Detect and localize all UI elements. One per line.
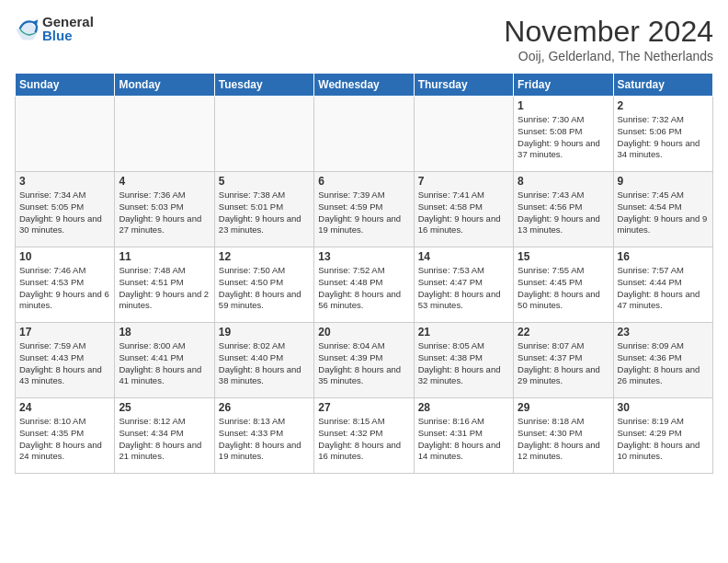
day-info: Sunrise: 7:41 AM Sunset: 4:58 PM Dayligh… — [418, 190, 509, 236]
day-number: 2 — [618, 99, 709, 112]
calendar-cell: 22Sunrise: 8:07 AM Sunset: 4:37 PM Dayli… — [514, 323, 613, 398]
day-info: Sunrise: 7:52 AM Sunset: 4:48 PM Dayligh… — [318, 265, 409, 312]
calendar-cell — [16, 97, 115, 172]
day-number: 30 — [618, 401, 709, 414]
calendar-cell: 27Sunrise: 8:15 AM Sunset: 4:32 PM Dayli… — [314, 398, 414, 474]
calendar-cell: 12Sunrise: 7:50 AM Sunset: 4:50 PM Dayli… — [214, 247, 313, 323]
calendar-cell: 8Sunrise: 7:43 AM Sunset: 4:56 PM Daylig… — [514, 172, 613, 247]
week-row-4: 17Sunrise: 7:59 AM Sunset: 4:43 PM Dayli… — [16, 323, 713, 398]
day-info: Sunrise: 8:19 AM Sunset: 4:29 PM Dayligh… — [618, 416, 709, 463]
day-number: 27 — [318, 401, 409, 414]
col-tuesday: Tuesday — [214, 74, 313, 97]
calendar-header-row: Sunday Monday Tuesday Wednesday Thursday… — [16, 74, 713, 97]
day-info: Sunrise: 7:57 AM Sunset: 4:44 PM Dayligh… — [618, 265, 709, 312]
calendar-cell: 16Sunrise: 7:57 AM Sunset: 4:44 PM Dayli… — [613, 247, 712, 323]
day-info: Sunrise: 8:12 AM Sunset: 4:34 PM Dayligh… — [119, 416, 210, 463]
week-row-3: 10Sunrise: 7:46 AM Sunset: 4:53 PM Dayli… — [16, 247, 713, 323]
calendar-cell: 19Sunrise: 8:02 AM Sunset: 4:40 PM Dayli… — [214, 323, 313, 398]
day-info: Sunrise: 7:30 AM Sunset: 5:08 PM Dayligh… — [518, 114, 609, 161]
day-number: 19 — [219, 326, 310, 339]
day-number: 17 — [19, 326, 110, 339]
day-number: 7 — [418, 175, 509, 188]
calendar-cell: 9Sunrise: 7:45 AM Sunset: 4:54 PM Daylig… — [613, 172, 712, 247]
logo-blue: Blue — [42, 29, 94, 42]
calendar-cell — [115, 97, 214, 172]
day-number: 1 — [518, 99, 609, 112]
day-number: 6 — [318, 175, 409, 188]
day-info: Sunrise: 8:02 AM Sunset: 4:40 PM Dayligh… — [219, 340, 310, 387]
calendar-cell — [414, 97, 513, 172]
day-number: 16 — [618, 250, 709, 263]
logo: General Blue — [15, 15, 94, 42]
day-number: 3 — [19, 175, 110, 188]
calendar-cell: 28Sunrise: 8:16 AM Sunset: 4:31 PM Dayli… — [414, 398, 513, 474]
day-number: 24 — [19, 401, 110, 414]
col-saturday: Saturday — [613, 74, 712, 97]
calendar-cell — [214, 97, 313, 172]
day-number: 14 — [418, 250, 509, 263]
day-info: Sunrise: 7:53 AM Sunset: 4:47 PM Dayligh… — [418, 265, 509, 312]
calendar-cell: 2Sunrise: 7:32 AM Sunset: 5:06 PM Daylig… — [613, 97, 712, 172]
day-number: 15 — [518, 250, 609, 263]
day-info: Sunrise: 7:36 AM Sunset: 5:03 PM Dayligh… — [119, 190, 210, 236]
day-number: 5 — [219, 175, 310, 188]
day-info: Sunrise: 8:04 AM Sunset: 4:39 PM Dayligh… — [318, 340, 409, 387]
day-number: 11 — [119, 250, 210, 263]
week-row-2: 3Sunrise: 7:34 AM Sunset: 5:05 PM Daylig… — [16, 172, 713, 247]
day-number: 23 — [618, 326, 709, 339]
day-info: Sunrise: 8:00 AM Sunset: 4:41 PM Dayligh… — [119, 340, 210, 387]
day-number: 13 — [318, 250, 409, 263]
calendar-cell: 3Sunrise: 7:34 AM Sunset: 5:05 PM Daylig… — [16, 172, 115, 247]
day-info: Sunrise: 7:43 AM Sunset: 4:56 PM Dayligh… — [518, 190, 609, 236]
col-wednesday: Wednesday — [314, 74, 414, 97]
day-info: Sunrise: 7:39 AM Sunset: 4:59 PM Dayligh… — [318, 190, 409, 236]
calendar-cell: 10Sunrise: 7:46 AM Sunset: 4:53 PM Dayli… — [16, 247, 115, 323]
day-info: Sunrise: 8:10 AM Sunset: 4:35 PM Dayligh… — [19, 416, 110, 463]
title-block: November 2024 Ooij, Gelderland, The Neth… — [504, 15, 713, 63]
calendar-cell: 25Sunrise: 8:12 AM Sunset: 4:34 PM Dayli… — [115, 398, 214, 474]
day-number: 8 — [518, 175, 609, 188]
location: Ooij, Gelderland, The Netherlands — [504, 49, 713, 63]
day-number: 22 — [518, 326, 609, 339]
calendar-cell: 26Sunrise: 8:13 AM Sunset: 4:33 PM Dayli… — [214, 398, 313, 474]
week-row-5: 24Sunrise: 8:10 AM Sunset: 4:35 PM Dayli… — [16, 398, 713, 474]
week-row-1: 1Sunrise: 7:30 AM Sunset: 5:08 PM Daylig… — [16, 97, 713, 172]
day-number: 28 — [418, 401, 509, 414]
calendar-cell: 1Sunrise: 7:30 AM Sunset: 5:08 PM Daylig… — [514, 97, 613, 172]
col-friday: Friday — [514, 74, 613, 97]
day-info: Sunrise: 8:15 AM Sunset: 4:32 PM Dayligh… — [318, 416, 409, 463]
calendar-cell: 21Sunrise: 8:05 AM Sunset: 4:38 PM Dayli… — [414, 323, 513, 398]
col-thursday: Thursday — [414, 74, 513, 97]
day-info: Sunrise: 8:16 AM Sunset: 4:31 PM Dayligh… — [418, 416, 509, 463]
day-info: Sunrise: 7:50 AM Sunset: 4:50 PM Dayligh… — [219, 265, 310, 312]
logo-general: General — [42, 15, 94, 29]
day-number: 10 — [19, 250, 110, 263]
day-info: Sunrise: 7:48 AM Sunset: 4:51 PM Dayligh… — [119, 265, 210, 312]
day-info: Sunrise: 7:55 AM Sunset: 4:45 PM Dayligh… — [518, 265, 609, 312]
month-title: November 2024 — [504, 15, 713, 49]
calendar-cell: 4Sunrise: 7:36 AM Sunset: 5:03 PM Daylig… — [115, 172, 214, 247]
calendar-cell: 13Sunrise: 7:52 AM Sunset: 4:48 PM Dayli… — [314, 247, 414, 323]
day-info: Sunrise: 8:18 AM Sunset: 4:30 PM Dayligh… — [518, 416, 609, 463]
calendar-cell: 20Sunrise: 8:04 AM Sunset: 4:39 PM Dayli… — [314, 323, 414, 398]
col-sunday: Sunday — [16, 74, 115, 97]
day-number: 21 — [418, 326, 509, 339]
day-info: Sunrise: 7:59 AM Sunset: 4:43 PM Dayligh… — [19, 340, 110, 387]
day-number: 9 — [618, 175, 709, 188]
calendar-cell: 14Sunrise: 7:53 AM Sunset: 4:47 PM Dayli… — [414, 247, 513, 323]
calendar-cell: 24Sunrise: 8:10 AM Sunset: 4:35 PM Dayli… — [16, 398, 115, 474]
day-info: Sunrise: 8:13 AM Sunset: 4:33 PM Dayligh… — [219, 416, 310, 463]
day-number: 12 — [219, 250, 310, 263]
day-info: Sunrise: 7:46 AM Sunset: 4:53 PM Dayligh… — [19, 265, 110, 312]
calendar-cell: 11Sunrise: 7:48 AM Sunset: 4:51 PM Dayli… — [115, 247, 214, 323]
logo-text: General Blue — [42, 15, 94, 42]
day-info: Sunrise: 7:38 AM Sunset: 5:01 PM Dayligh… — [219, 190, 310, 236]
day-info: Sunrise: 7:34 AM Sunset: 5:05 PM Dayligh… — [19, 190, 110, 236]
logo-icon — [15, 16, 40, 41]
calendar-cell: 18Sunrise: 8:00 AM Sunset: 4:41 PM Dayli… — [115, 323, 214, 398]
calendar-cell: 30Sunrise: 8:19 AM Sunset: 4:29 PM Dayli… — [613, 398, 712, 474]
calendar: Sunday Monday Tuesday Wednesday Thursday… — [15, 73, 713, 474]
calendar-cell: 23Sunrise: 8:09 AM Sunset: 4:36 PM Dayli… — [613, 323, 712, 398]
col-monday: Monday — [115, 74, 214, 97]
calendar-cell: 5Sunrise: 7:38 AM Sunset: 5:01 PM Daylig… — [214, 172, 313, 247]
